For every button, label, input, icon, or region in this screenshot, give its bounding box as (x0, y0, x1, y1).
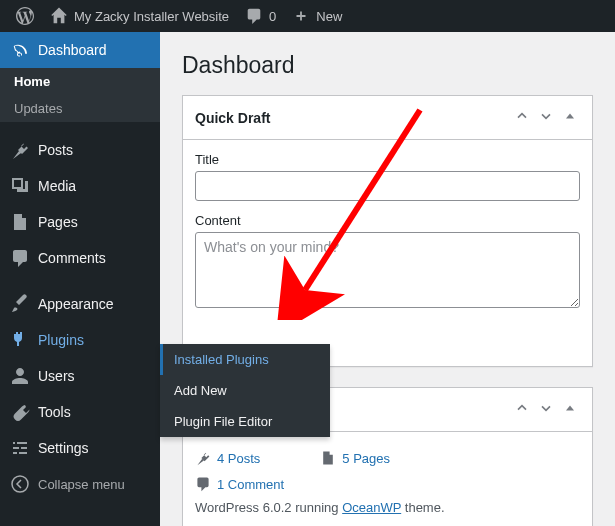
sidebar-item-media[interactable]: Media (0, 168, 160, 204)
theme-link[interactable]: OceanWP (342, 500, 401, 515)
comment-count: 0 (269, 9, 276, 24)
comment-icon (10, 248, 30, 268)
chevron-down-icon (538, 400, 554, 416)
glance-footer: WordPress 6.0.2 running OceanWP theme. (195, 492, 580, 515)
flyout-add-new[interactable]: Add New (160, 375, 330, 406)
pin-icon (195, 450, 211, 466)
sidebar-item-pages[interactable]: Pages (0, 204, 160, 240)
media-icon (10, 176, 30, 196)
new-content-link[interactable]: New (284, 7, 350, 25)
pin-icon (10, 140, 30, 160)
sidebar-label: Plugins (38, 332, 84, 348)
sidebar-sub-updates[interactable]: Updates (0, 95, 160, 122)
page-icon (320, 450, 336, 466)
sidebar-label: Pages (38, 214, 78, 230)
flyout-installed-plugins[interactable]: Installed Plugins (160, 344, 330, 375)
brush-icon (10, 294, 30, 314)
plugin-icon (10, 330, 30, 350)
quick-draft-title: Quick Draft (195, 110, 270, 126)
user-icon (10, 366, 30, 386)
triangle-up-icon (562, 400, 578, 416)
collapse-icon (10, 474, 30, 494)
wp-logo[interactable] (8, 7, 42, 25)
sidebar-item-users[interactable]: Users (0, 358, 160, 394)
glance-posts-label: 4 Posts (217, 451, 260, 466)
chevron-up-icon (514, 400, 530, 416)
sidebar-item-dashboard[interactable]: Dashboard (0, 32, 160, 68)
site-link[interactable]: My Zacky Installer Website (42, 7, 237, 25)
dashboard-icon (10, 40, 30, 60)
sidebar-label: Dashboard (38, 42, 107, 58)
content-label: Content (195, 213, 580, 228)
sidebar-item-settings[interactable]: Settings (0, 430, 160, 466)
glance-comments[interactable]: 1 Comment (195, 476, 580, 492)
wrench-icon (10, 402, 30, 422)
sidebar-label: Posts (38, 142, 73, 158)
comment-icon (195, 476, 211, 492)
sidebar-label: Comments (38, 250, 106, 266)
toggle-button[interactable] (560, 398, 580, 421)
wordpress-icon (16, 7, 34, 25)
toggle-button[interactable] (560, 106, 580, 129)
content-textarea[interactable] (195, 232, 580, 308)
collapse-label: Collapse menu (38, 477, 125, 492)
sidebar-sub-home[interactable]: Home (0, 68, 160, 95)
sidebar-item-posts[interactable]: Posts (0, 132, 160, 168)
sidebar-label: Settings (38, 440, 89, 456)
page-icon (10, 212, 30, 232)
sidebar-label: Media (38, 178, 76, 194)
quick-draft-box: Quick Draft Title Content (182, 95, 593, 367)
title-label: Title (195, 152, 580, 167)
sidebar-item-comments[interactable]: Comments (0, 240, 160, 276)
home-icon (50, 7, 68, 25)
sidebar-item-tools[interactable]: Tools (0, 394, 160, 430)
sidebar-label: Users (38, 368, 75, 384)
page-title: Dashboard (182, 52, 593, 79)
admin-toolbar: My Zacky Installer Website 0 New (0, 0, 615, 32)
new-label: New (316, 9, 342, 24)
flyout-plugin-editor[interactable]: Plugin File Editor (160, 406, 330, 437)
move-down-button[interactable] (536, 106, 556, 129)
triangle-up-icon (562, 108, 578, 124)
sidebar-item-plugins[interactable]: Plugins (0, 322, 160, 358)
move-up-button[interactable] (512, 398, 532, 421)
plugins-flyout: Installed Plugins Add New Plugin File Ed… (160, 344, 330, 437)
admin-sidebar: Dashboard Home Updates Posts Media Pages… (0, 32, 160, 526)
comment-icon (245, 7, 263, 25)
chevron-down-icon (538, 108, 554, 124)
site-name: My Zacky Installer Website (74, 9, 229, 24)
glance-comments-label: 1 Comment (217, 477, 284, 492)
comments-link[interactable]: 0 (237, 7, 284, 25)
plus-icon (292, 7, 310, 25)
dashboard-submenu: Home Updates (0, 68, 160, 122)
collapse-menu[interactable]: Collapse menu (0, 466, 160, 502)
svg-point-0 (12, 476, 28, 492)
glance-pages[interactable]: 5 Pages (320, 450, 390, 466)
chevron-up-icon (514, 108, 530, 124)
sidebar-item-appearance[interactable]: Appearance (0, 286, 160, 322)
move-up-button[interactable] (512, 106, 532, 129)
sliders-icon (10, 438, 30, 458)
sidebar-label: Appearance (38, 296, 114, 312)
glance-posts[interactable]: 4 Posts (195, 450, 260, 466)
sidebar-label: Tools (38, 404, 71, 420)
main-content: Dashboard Quick Draft Title Content (160, 32, 615, 526)
move-down-button[interactable] (536, 398, 556, 421)
glance-pages-label: 5 Pages (342, 451, 390, 466)
title-input[interactable] (195, 171, 580, 201)
